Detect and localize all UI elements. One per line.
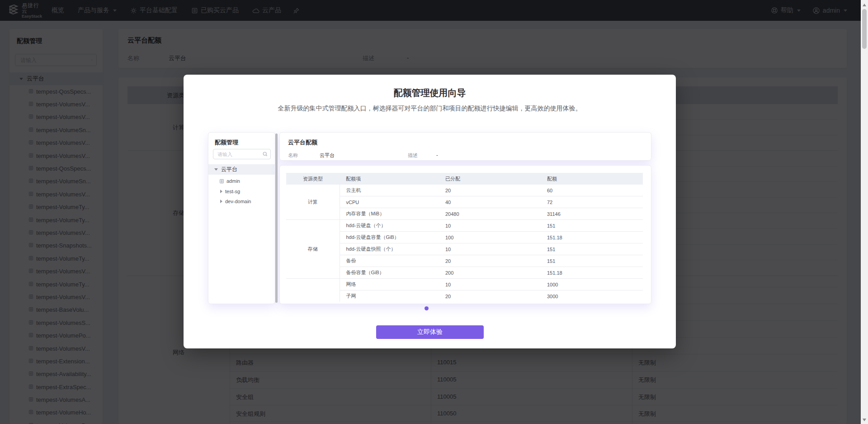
preview-table-header-row: 资源类型配额项已分配配额 [286,173,643,185]
preview-item-cell: hdd-云硬盘快照（个） [340,243,439,255]
preview-quota-cell: 151 [541,220,643,232]
preview-quota-cell: 3000 [541,291,643,302]
search-icon [263,152,268,157]
preview-table-row: hdd-云硬盘快照（个）10151 [286,243,643,255]
page-scrollbar[interactable] [861,0,868,424]
preview-column-header: 配额 [541,173,643,185]
experience-now-button[interactable]: 立即体验 [376,325,484,339]
preview-allocated-cell: 10 [439,243,541,255]
chevron-right-icon [220,190,222,193]
chevron-right-icon [220,200,222,203]
preview-tree-item-label: test-sg [225,189,240,194]
preview-scrollbar[interactable] [275,133,278,303]
preview-item-cell: hdd-云硬盘（个） [340,220,439,232]
preview-desc-value: - [436,152,438,157]
preview-table-row: 子网203000 [286,291,643,302]
modal-subtitle: 全新升级的集中式管理配额入口，树选择器可对平台的部门和项目的配额进行快捷编辑，更… [184,105,676,113]
modal-title: 配额管理使用向导 [184,87,676,99]
preview-desc-label: 描述 [408,152,418,159]
preview-tree-item-label: dev-domain [225,199,251,204]
preview-quota-cell: 151 [541,255,643,267]
preview-group-cell [286,279,340,302]
preview-column-header: 资源类型 [286,173,340,185]
preview-sidebar-panel: 配额管理 云平台 admintest-sgdev-domain [208,132,275,304]
preview-allocated-cell: 40 [439,196,541,208]
scroll-down-arrow-icon[interactable] [863,419,866,421]
preview-table-row: vCPU4072 [286,196,643,208]
carousel-dot[interactable] [425,306,429,310]
preview-table-row: 备份20151 [286,255,643,267]
preview-item-cell: hdd-云硬盘容量（GiB） [340,232,439,243]
preview-table-row: hdd-云硬盘容量（GiB）100151.18 [286,232,643,243]
preview-allocated-cell: 200 [439,267,541,279]
preview-allocated-cell: 20 [439,185,541,196]
preview-allocated-cell: 10 [439,220,541,232]
preview-quota-cell: 151.18 [541,267,643,279]
preview-allocated-cell: 20480 [439,208,541,220]
preview-allocated-cell: 100 [439,232,541,243]
preview-table-row: 计算云主机2060 [286,185,643,196]
preview-name-label: 名称 [288,152,298,159]
preview-name-value: 云平台 [320,152,335,159]
preview-item-cell: 网络 [340,279,439,291]
preview-tree-root-label: 云平台 [221,166,237,173]
preview-tree-item-label: admin [226,178,240,184]
preview-table-row: 备份容量（GiB）200151.18 [286,267,643,279]
preview-group-cell: 计算 [286,185,340,220]
preview-allocated-cell: 20 [439,255,541,267]
preview-item-cell: vCPU [340,196,439,208]
preview-item-cell: 云主机 [340,185,439,196]
preview-tree-item-test-sg[interactable]: test-sg [208,186,276,196]
preview-search-input[interactable] [217,151,263,157]
preview-table-row: 网络101000 [286,279,643,291]
tree-expand-icon [214,168,218,171]
preview-sidebar-title: 配额管理 [208,133,275,147]
preview-quota-cell: 60 [541,185,643,196]
preview-tree-root[interactable]: 云平台 [208,164,276,175]
preview-allocated-cell: 10 [439,279,541,291]
preview-item-cell: 备份容量（GiB） [340,267,439,279]
preview-search [213,149,271,159]
preview-allocated-cell: 20 [439,291,541,302]
doc-icon [219,179,224,184]
preview-tree-item-dev-domain[interactable]: dev-domain [208,196,276,206]
preview-column-header: 配额项 [340,173,439,185]
preview-column-header: 已分配 [439,173,541,185]
preview-quota-cell: 31146 [541,208,643,220]
preview-quota-cell: 72 [541,196,643,208]
preview-item-cell: 子网 [340,291,439,302]
preview-quota-cell: 151 [541,243,643,255]
preview-page-title: 云平台配额 [280,133,651,147]
preview-table-card: 资源类型配额项已分配配额计算云主机2060vCPU4072内存容量（MiB）20… [279,165,651,304]
preview-quota-cell: 151.18 [541,232,643,243]
preview-group-cell: 存储 [286,220,340,279]
preview-header-card: 云平台配额 名称 云平台 描述 - [279,132,651,161]
preview-table-row: 内存容量（MiB）2048031146 [286,208,643,220]
quota-wizard-modal: 配额管理使用向导 全新升级的集中式管理配额入口，树选择器可对平台的部门和项目的配… [184,75,676,348]
preview-quota-cell: 1000 [541,279,643,291]
preview-item-cell: 备份 [340,255,439,267]
scroll-up-arrow-icon[interactable] [863,4,866,6]
preview-quota-table: 资源类型配额项已分配配额计算云主机2060vCPU4072内存容量（MiB）20… [286,173,643,302]
app-root: 易捷行云 EasyStack 概览产品与服务平台基础配置已购买云产品云产品 帮助 [0,0,868,424]
preview-table-row: 存储hdd-云硬盘（个）10151 [286,220,643,232]
scrollbar-thumb[interactable] [862,9,867,49]
preview-tree-item-admin[interactable]: admin [208,176,276,186]
preview-item-cell: 内存容量（MiB） [340,208,439,220]
